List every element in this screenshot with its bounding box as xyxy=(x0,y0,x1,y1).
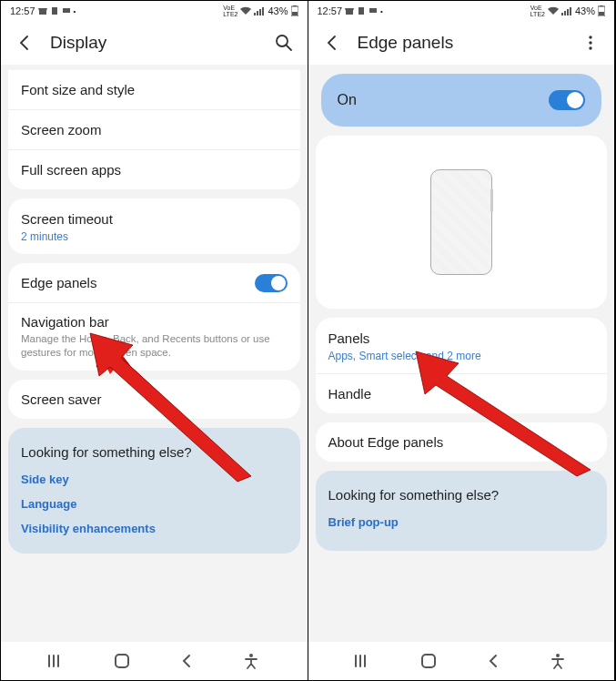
store-icon xyxy=(38,6,47,15)
svg-point-14 xyxy=(556,654,560,657)
chevron-left-icon xyxy=(323,34,341,52)
svg-point-11 xyxy=(589,41,591,44)
link-brief-popup[interactable]: Brief pop-up xyxy=(328,515,595,529)
chevron-left-icon xyxy=(486,654,500,668)
recents-button[interactable] xyxy=(352,649,376,673)
row-label: Screen saver xyxy=(21,391,288,407)
looking-hdr: Looking for something else? xyxy=(328,487,595,503)
page-title: Display xyxy=(50,33,258,53)
recents-button[interactable] xyxy=(45,649,69,673)
svg-point-12 xyxy=(589,46,591,49)
row-handle[interactable]: Handle xyxy=(316,373,608,413)
row-label: Screen timeout xyxy=(21,211,288,227)
lte-icon: VoELTE2 xyxy=(223,5,237,17)
card-display-1: Font size and style Screen zoom Full scr… xyxy=(8,70,300,189)
message-icon xyxy=(62,6,71,15)
svg-rect-13 xyxy=(422,655,435,667)
page-title: Edge panels xyxy=(358,33,566,53)
edge-panels-toggle[interactable] xyxy=(255,274,288,292)
accessibility-button[interactable] xyxy=(546,649,570,673)
row-panels[interactable]: Panels Apps, Smart select, and 2 more xyxy=(316,318,608,373)
row-label: Edge panels xyxy=(21,275,288,290)
looking-card: Looking for something else? Brief pop-up xyxy=(316,471,608,551)
card-about: About Edge panels xyxy=(316,422,608,462)
svg-rect-9 xyxy=(599,12,604,15)
svg-rect-2 xyxy=(292,12,298,15)
message-icon xyxy=(369,6,378,15)
row-screen-zoom[interactable]: Screen zoom xyxy=(8,109,300,149)
nav-bar xyxy=(1,642,308,680)
link-side-key[interactable]: Side key xyxy=(21,473,288,486)
settings-body: Font size and style Screen zoom Full scr… xyxy=(1,65,308,642)
battery-icon xyxy=(291,5,298,16)
card-panels: Panels Apps, Smart select, and 2 more Ha… xyxy=(316,318,608,413)
row-sublabel: Apps, Smart select, and 2 more xyxy=(328,350,595,362)
phone-icon xyxy=(50,6,59,15)
back-nav-button[interactable] xyxy=(481,649,505,673)
title-bar: Edge panels xyxy=(308,21,615,65)
row-label: Font size and style xyxy=(21,82,288,97)
on-label: On xyxy=(338,92,357,108)
svg-rect-4 xyxy=(116,655,128,667)
status-bar: 12:57 • VoELTE2 43% xyxy=(1,1,308,21)
settings-body: On Panels Apps, Smart select, and 2 more… xyxy=(308,65,615,642)
back-button[interactable] xyxy=(321,32,343,54)
row-screen-saver[interactable]: Screen saver xyxy=(8,380,300,419)
master-toggle[interactable] xyxy=(549,90,585,110)
more-icon: • xyxy=(74,7,76,15)
status-time: 12:57 xyxy=(10,5,35,16)
toggle-knob xyxy=(271,276,286,290)
home-icon xyxy=(113,652,131,670)
row-description: Manage the Home, Back, and Recents butto… xyxy=(21,332,288,360)
row-fullscreen-apps[interactable]: Full screen apps xyxy=(8,149,300,189)
row-font-size[interactable]: Font size and style xyxy=(8,70,300,109)
accessibility-icon xyxy=(550,653,565,669)
row-label: Panels xyxy=(328,330,595,346)
edge-handle-illus xyxy=(490,188,493,212)
back-nav-button[interactable] xyxy=(175,649,198,673)
signal-icon xyxy=(561,6,572,15)
more-button[interactable] xyxy=(580,32,601,54)
row-label: Navigation bar xyxy=(21,314,288,330)
accessibility-icon xyxy=(244,653,258,669)
looking-hdr: Looking for something else? xyxy=(21,444,288,460)
card-edge-nav: Edge panels Navigation bar Manage the Ho… xyxy=(8,263,300,371)
link-visibility[interactable]: Visibility enhancements xyxy=(21,522,288,535)
row-screen-timeout[interactable]: Screen timeout 2 minutes xyxy=(8,198,300,254)
on-toggle-card[interactable]: On xyxy=(321,74,602,127)
search-button[interactable] xyxy=(273,32,295,54)
phone-right: 12:57 • VoELTE2 43% Edge panels On xyxy=(308,1,616,680)
wifi-icon xyxy=(548,6,559,15)
svg-rect-1 xyxy=(293,5,297,6)
illustration-card xyxy=(316,136,608,309)
svg-point-5 xyxy=(249,654,253,657)
title-bar: Display xyxy=(1,21,308,65)
battery-text: 43% xyxy=(575,5,595,16)
row-navigation-bar[interactable]: Navigation bar Manage the Home, Back, an… xyxy=(8,302,300,371)
accessibility-button[interactable] xyxy=(239,649,263,673)
recents-icon xyxy=(354,654,374,668)
row-about[interactable]: About Edge panels xyxy=(316,422,608,462)
store-icon xyxy=(345,6,354,15)
card-saver: Screen saver xyxy=(8,380,300,419)
phone-left: 12:57 • VoELTE2 43% Display Font size an… xyxy=(1,1,308,680)
svg-rect-8 xyxy=(600,5,603,6)
svg-point-3 xyxy=(277,36,288,46)
phone-icon xyxy=(357,6,366,15)
chevron-left-icon xyxy=(179,654,194,668)
toggle-knob xyxy=(567,92,583,108)
row-label: Handle xyxy=(328,386,595,401)
row-edge-panels[interactable]: Edge panels xyxy=(8,263,300,302)
link-language[interactable]: Language xyxy=(21,497,288,511)
card-timeout: Screen timeout 2 minutes xyxy=(8,198,300,254)
chevron-left-icon xyxy=(15,34,34,52)
search-icon xyxy=(275,34,293,52)
home-button[interactable] xyxy=(417,649,440,673)
signal-icon xyxy=(254,6,265,15)
battery-icon xyxy=(598,5,605,16)
svg-point-10 xyxy=(589,36,591,38)
home-button[interactable] xyxy=(110,649,134,673)
row-label: Full screen apps xyxy=(21,162,288,178)
back-button[interactable] xyxy=(14,32,35,54)
wifi-icon xyxy=(240,6,251,15)
